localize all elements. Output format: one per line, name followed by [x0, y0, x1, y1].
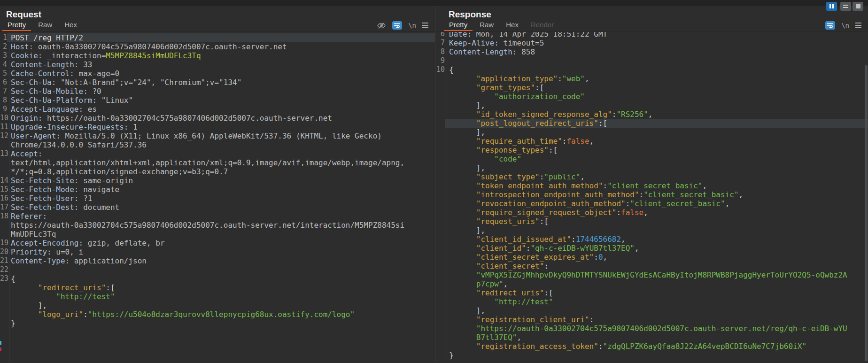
line-number: [436, 270, 445, 279]
code-row[interactable]: }: [0, 319, 435, 328]
eye-slash-icon: [377, 22, 386, 29]
code-row[interactable]: 8Content-Length: 858: [436, 47, 868, 56]
tab-hex[interactable]: Hex: [58, 20, 83, 31]
code-row[interactable]: "client_id":"qh-c-eiDB-wYUB7tl37EQ",: [436, 244, 868, 253]
code-row[interactable]: 4Content-Length: 33: [0, 60, 435, 69]
hide-highlights-button[interactable]: [377, 22, 386, 29]
code-row[interactable]: "client_id_issued_at":1744656682,: [436, 235, 868, 244]
code-row[interactable]: "subject_type":"public",: [436, 172, 868, 181]
tab-pretty[interactable]: Pretty: [443, 20, 473, 31]
code-row[interactable]: 16Sec-Fetch-User: ?1: [0, 194, 435, 203]
line-number: [436, 137, 445, 146]
code-row[interactable]: */*;q=0.8,application/signed-exchange;v=…: [0, 167, 435, 176]
tab-hex[interactable]: Hex: [500, 20, 525, 31]
code-row[interactable]: 3Cookie: _interaction=M5MPZ8845siMmUDFLc…: [0, 51, 435, 60]
code-row[interactable]: p7cpw",: [436, 279, 868, 288]
code-row[interactable]: 7Sec-Ch-Ua-Mobile: ?0: [0, 87, 435, 96]
code-text: "logo_uri":"https://u504o8dzar3qurovv8ll…: [7, 310, 435, 319]
code-row[interactable]: ],: [0, 301, 435, 310]
code-row[interactable]: 17Sec-Fetch-Dest: document: [0, 203, 435, 212]
code-row[interactable]: "require_auth_time":false,: [436, 137, 868, 146]
code-text: POST /reg HTTP/2: [7, 33, 435, 42]
tab-raw[interactable]: Raw: [32, 20, 58, 31]
code-row[interactable]: 12User-Agent: Mozilla/5.0 (X11; Linux x8…: [0, 131, 435, 140]
code-row[interactable]: 15Sec-Fetch-Mode: navigate: [0, 185, 435, 194]
request-editor[interactable]: 1POST /reg HTTP/22Host: oauth-0a33002704…: [0, 32, 435, 363]
layout-lines-button[interactable]: [840, 2, 851, 11]
layout-square-button[interactable]: [852, 2, 863, 11]
code-row[interactable]: ],: [436, 128, 868, 137]
code-row[interactable]: 19Accept-Encoding: gzip, deflate, br: [0, 239, 435, 247]
editor-menu-button[interactable]: [422, 23, 428, 28]
response-editor[interactable]: 6Date: Mon, 14 Apr 2025 18:51:22 GMT7Kee…: [436, 32, 868, 363]
code-row[interactable]: 1POST /reg HTTP/2: [0, 33, 435, 42]
code-row[interactable]: ],: [436, 101, 868, 110]
show-newlines-toggle[interactable]: \n: [408, 22, 416, 29]
code-row[interactable]: "post_logout_redirect_uris":[: [436, 119, 868, 128]
code-row[interactable]: "http://test": [0, 292, 435, 301]
code-row[interactable]: "logo_uri":"https://u504o8dzar3qurovv8ll…: [0, 310, 435, 319]
editor-menu-button[interactable]: [855, 23, 861, 28]
code-row[interactable]: 6Sec-Ch-Ua: "Not:A-Brand";v="24", "Chrom…: [0, 78, 435, 87]
tab-pretty[interactable]: Pretty: [1, 20, 32, 31]
code-row[interactable]: ],: [436, 226, 868, 235]
code-row[interactable]: "redirect_uris":[: [0, 283, 435, 292]
edge-marker-cyan: [0, 341, 1, 345]
gutter-separator: [447, 32, 447, 363]
code-row[interactable]: "client_secret":: [436, 262, 868, 270]
code-row[interactable]: "grant_types":[: [436, 83, 868, 92]
code-row[interactable]: 10{: [436, 65, 868, 74]
word-wrap-toggle[interactable]: [392, 21, 402, 30]
code-row[interactable]: 9Accept-Language: es: [0, 105, 435, 114]
scrollbar-thumb[interactable]: [865, 65, 868, 361]
code-row[interactable]: MmUDFLc3Tq: [0, 230, 435, 239]
show-newlines-toggle[interactable]: \n: [841, 22, 849, 29]
code-row[interactable]: }: [436, 351, 868, 360]
code-row[interactable]: "registration_access_token":"zdgQLPZK6ay…: [436, 342, 868, 351]
code-row[interactable]: 14Sec-Fetch-Site: same-origin: [0, 176, 435, 185]
word-wrap-icon: [827, 23, 834, 28]
code-row[interactable]: "revocation_endpoint_auth_method":"clien…: [436, 199, 868, 208]
code-row[interactable]: B7tl37EQ",: [436, 333, 868, 342]
code-row[interactable]: "vMPqX5IZGjMhhpvDkyQ9hDTMTYSNUkEWjGYdEsA…: [436, 270, 868, 279]
code-row[interactable]: 2Host: oauth-0a33002704c575a9807406d002d…: [0, 42, 435, 51]
code-row[interactable]: ],: [436, 306, 868, 315]
code-row[interactable]: "authorization_code": [436, 92, 868, 101]
code-row[interactable]: Chrome/134.0.0.0 Safari/537.36: [0, 140, 435, 149]
code-row[interactable]: 6Date: Mon, 14 Apr 2025 18:51:22 GMT: [436, 32, 868, 39]
code-row[interactable]: "response_types":[: [436, 146, 868, 154]
word-wrap-icon: [394, 23, 401, 28]
request-panel: Request Pretty Raw Hex \n: [0, 6, 435, 363]
code-row[interactable]: 22: [0, 265, 435, 274]
code-row[interactable]: 13Accept:: [0, 149, 435, 158]
code-row[interactable]: 11Upgrade-Insecure-Requests: 1: [0, 123, 435, 131]
code-row[interactable]: 8Sec-Ch-Ua-Platform: "Linux": [0, 96, 435, 105]
code-row[interactable]: https://oauth-0a33002704c575a9807406d002…: [0, 221, 435, 230]
code-row[interactable]: "id_token_signed_response_alg":"RS256",: [436, 110, 868, 119]
code-row[interactable]: "redirect_uris":[: [436, 288, 868, 297]
code-row[interactable]: "http://test": [436, 297, 868, 306]
code-row[interactable]: 23{: [0, 274, 435, 283]
code-row[interactable]: "request_uris":[: [436, 217, 868, 226]
code-row[interactable]: "code": [436, 154, 868, 163]
code-row[interactable]: "application_type":"web",: [436, 74, 868, 83]
code-row[interactable]: text/html,application/xhtml+xml,applicat…: [0, 158, 435, 167]
line-number: 8: [0, 96, 7, 105]
code-row[interactable]: "registration_client_uri":: [436, 315, 868, 324]
tab-raw[interactable]: Raw: [473, 20, 500, 31]
code-row[interactable]: "token_endpoint_auth_method":"client_sec…: [436, 181, 868, 190]
code-row[interactable]: ],: [436, 163, 868, 172]
code-row[interactable]: 18Referer:: [0, 212, 435, 221]
code-row[interactable]: 9: [436, 56, 868, 65]
code-row[interactable]: 10Origin: https://oauth-0a33002704c575a9…: [0, 114, 435, 123]
code-row[interactable]: 20Priority: u=0, i: [0, 247, 435, 256]
pause-button[interactable]: [826, 2, 837, 11]
code-row[interactable]: "introspection_endpoint_auth_method":"cl…: [436, 190, 868, 199]
code-row[interactable]: 5Cache-Control: max-age=0: [0, 69, 435, 78]
code-row[interactable]: "client_secret_expires_at":0,: [436, 253, 868, 262]
word-wrap-toggle[interactable]: [825, 21, 835, 30]
code-row[interactable]: 7Keep-Alive: timeout=5: [436, 39, 868, 47]
code-row[interactable]: "require_signed_request_object":false,: [436, 208, 868, 217]
code-row[interactable]: "https://oauth-0a33002704c575a9807406d00…: [436, 324, 868, 333]
code-row[interactable]: 21Content-Type: application/json: [0, 256, 435, 265]
